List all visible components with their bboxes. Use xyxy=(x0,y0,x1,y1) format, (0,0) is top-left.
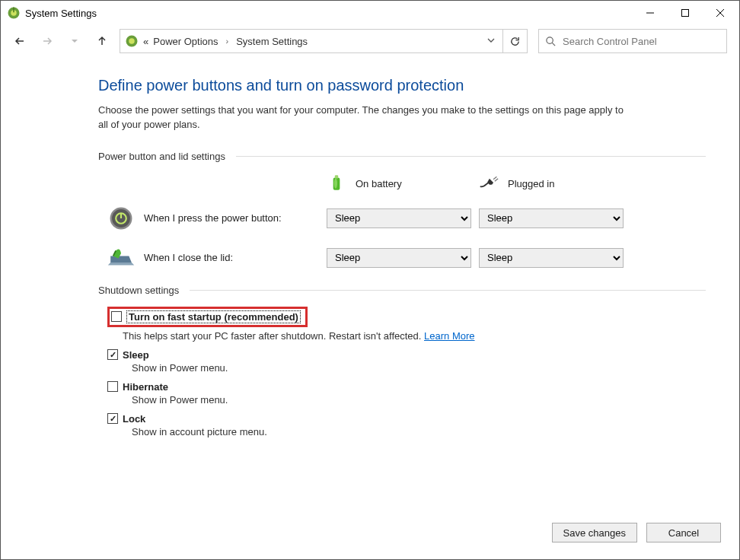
maximize-button[interactable] xyxy=(668,2,703,24)
breadcrumb[interactable]: « Power Options › System Settings xyxy=(120,29,503,53)
forward-button[interactable] xyxy=(40,34,54,48)
main-content: Define power buttons and turn on passwor… xyxy=(1,57,739,559)
svg-rect-4 xyxy=(682,10,689,17)
control-panel-window: System Settings « Power Options › System… xyxy=(0,0,740,560)
minimize-button[interactable] xyxy=(633,2,668,24)
svg-point-8 xyxy=(129,38,135,44)
lid-icon xyxy=(98,247,144,269)
label-hibernate[interactable]: Hibernate xyxy=(123,381,168,393)
page-description: Choose the power settings that you want … xyxy=(98,103,631,132)
label-lock[interactable]: Lock xyxy=(123,413,145,425)
sub-fast-startup: This helps start your PC faster after sh… xyxy=(123,330,706,342)
checkbox-hibernate[interactable] xyxy=(107,381,118,392)
row-lid-label: When I close the lid: xyxy=(144,252,327,263)
search-icon xyxy=(545,36,557,47)
section-power-button: Power button and lid settings xyxy=(98,151,706,162)
search-input[interactable]: Search Control Panel xyxy=(538,29,727,53)
svg-point-13 xyxy=(334,178,337,188)
sub-sleep: Show in Power menu. xyxy=(132,362,706,374)
svg-line-14 xyxy=(493,177,496,179)
breadcrumb-item-system-settings[interactable]: System Settings xyxy=(236,36,308,47)
svg-rect-2 xyxy=(13,8,14,13)
page-heading: Define power buttons and turn on passwor… xyxy=(98,77,706,94)
refresh-button[interactable] xyxy=(503,29,528,53)
col-plugged: Plugged in xyxy=(479,173,631,195)
save-changes-button[interactable]: Save changes xyxy=(552,523,637,542)
label-sleep[interactable]: Sleep xyxy=(123,349,149,361)
divider xyxy=(236,156,706,157)
col-battery: On battery xyxy=(327,173,479,195)
checkbox-fast-startup[interactable] xyxy=(111,311,122,322)
divider xyxy=(190,290,706,291)
app-icon xyxy=(7,6,21,20)
col-plugged-label: Plugged in xyxy=(508,178,554,189)
learn-more-link[interactable]: Learn More xyxy=(424,330,474,342)
battery-icon xyxy=(327,173,346,195)
section-label: Power button and lid settings xyxy=(98,151,225,162)
cancel-button[interactable]: Cancel xyxy=(646,523,721,542)
breadcrumb-icon xyxy=(125,34,139,48)
checkbox-sleep[interactable] xyxy=(107,349,118,360)
column-headers: On battery Plugged in xyxy=(98,173,706,195)
up-button[interactable] xyxy=(95,34,109,48)
select-lid-battery[interactable]: Sleep xyxy=(327,248,471,268)
label-fast-startup[interactable]: Turn on fast startup (recommended) xyxy=(126,310,301,323)
select-power-battery[interactable]: Sleep xyxy=(327,208,471,228)
row-power-button: When I press the power button: Sleep Sle… xyxy=(98,205,706,231)
fast-startup-highlight: Turn on fast startup (recommended) xyxy=(107,307,308,327)
svg-line-10 xyxy=(552,43,555,46)
power-button-icon xyxy=(98,205,144,231)
row-power-label: When I press the power button: xyxy=(144,212,327,224)
svg-line-15 xyxy=(495,178,498,180)
svg-rect-12 xyxy=(335,175,338,178)
col-battery-label: On battery xyxy=(356,178,402,189)
window-title: System Settings xyxy=(25,8,97,19)
select-power-plugged[interactable]: Sleep xyxy=(479,208,624,228)
plug-icon xyxy=(479,173,499,195)
nav-bar: « Power Options › System Settings Search… xyxy=(1,25,739,57)
select-lid-plugged[interactable]: Sleep xyxy=(479,248,624,268)
window-controls xyxy=(633,2,738,24)
search-placeholder: Search Control Panel xyxy=(563,36,657,47)
svg-point-9 xyxy=(547,37,553,43)
section-label: Shutdown settings xyxy=(98,285,179,296)
breadcrumb-dropdown[interactable] xyxy=(484,37,498,46)
row-lid: When I close the lid: Sleep Sleep xyxy=(98,247,706,269)
close-button[interactable] xyxy=(703,2,738,24)
breadcrumb-item-power-options[interactable]: Power Options xyxy=(153,36,218,47)
footer-buttons: Save changes Cancel xyxy=(552,523,721,542)
breadcrumb-overflow[interactable]: « xyxy=(143,36,148,47)
nav-arrows xyxy=(13,34,109,48)
title-bar: System Settings xyxy=(1,1,739,25)
section-shutdown: Shutdown settings xyxy=(98,285,706,296)
chevron-right-icon: › xyxy=(226,37,229,46)
back-button[interactable] xyxy=(13,34,27,48)
recent-dropdown[interactable] xyxy=(68,34,81,48)
sub-lock: Show in account picture menu. xyxy=(132,426,706,438)
checkbox-lock[interactable] xyxy=(107,413,118,424)
sub-hibernate: Show in Power menu. xyxy=(132,394,706,406)
